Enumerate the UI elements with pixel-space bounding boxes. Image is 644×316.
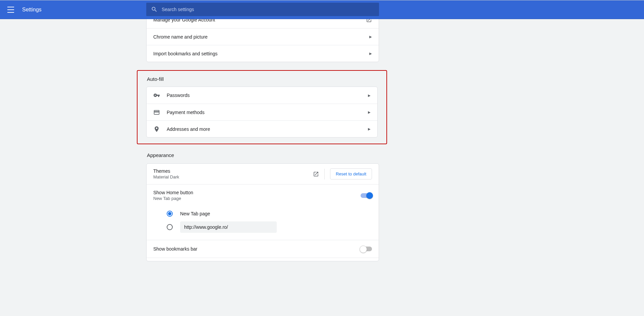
page-title: Settings <box>22 7 42 13</box>
row-passwords[interactable]: Passwords ▶ <box>147 87 377 104</box>
location-pin-icon <box>153 126 160 133</box>
themes-sublabel: Material Dark <box>153 174 313 179</box>
row-themes[interactable]: Themes Material Dark Reset to default <box>147 164 379 184</box>
header-bar: Settings <box>0 0 644 19</box>
credit-card-icon <box>153 109 160 116</box>
radio-custom-url[interactable] <box>167 224 173 230</box>
show-bookmarks-toggle[interactable] <box>361 247 372 251</box>
row-manage-google-account[interactable]: Manage your Google Account <box>147 19 379 28</box>
show-home-label: Show Home button <box>153 190 361 195</box>
row-addresses[interactable]: Addresses and more ▶ <box>147 120 377 137</box>
chevron-right-icon: ▶ <box>368 110 371 114</box>
search-container[interactable] <box>146 3 379 16</box>
vertical-divider <box>324 169 325 179</box>
row-chrome-name-picture[interactable]: Chrome name and picture ▶ <box>147 28 379 45</box>
row-payment-methods[interactable]: Payment methods ▶ <box>147 104 377 120</box>
show-home-sublabel: New Tab page <box>153 196 361 201</box>
open-external-icon <box>366 19 372 23</box>
open-external-icon <box>313 171 319 177</box>
radio-new-tab-page[interactable] <box>167 211 173 217</box>
chevron-right-icon: ▶ <box>368 127 371 131</box>
row-label: Addresses and more <box>167 126 368 132</box>
row-import-bookmarks[interactable]: Import bookmarks and settings ▶ <box>147 45 379 62</box>
row-label: Chrome name and picture <box>153 34 369 40</box>
row-label: Payment methods <box>167 110 368 115</box>
chevron-right-icon: ▶ <box>369 52 372 55</box>
appearance-card: Themes Material Dark Reset to default Sh… <box>146 163 379 261</box>
row-label: Passwords <box>167 93 368 98</box>
section-title-appearance: Appearance <box>147 152 379 158</box>
row-show-home: Show Home button New Tab page New Tab pa… <box>147 184 379 240</box>
themes-label: Themes <box>153 168 313 174</box>
autofill-card: Passwords ▶ Payment methods ▶ Addresses … <box>146 87 378 138</box>
radio-label-newtab: New Tab page <box>180 211 210 216</box>
home-url-input[interactable] <box>180 221 277 233</box>
chevron-right-icon: ▶ <box>368 94 371 97</box>
key-icon <box>153 92 160 99</box>
autofill-highlight: Auto-fill Passwords ▶ Payment methods ▶ <box>137 70 387 144</box>
search-input[interactable] <box>158 7 379 12</box>
content-scroll[interactable]: Manage your Google Account Chrome name a… <box>0 19 644 316</box>
hamburger-menu-icon[interactable] <box>7 6 15 14</box>
home-radio-group: New Tab page <box>167 207 372 234</box>
section-title-autofill: Auto-fill <box>147 76 378 82</box>
show-bookmarks-label: Show bookmarks bar <box>153 246 361 252</box>
show-home-toggle[interactable] <box>361 193 372 198</box>
search-icon <box>151 6 158 13</box>
reset-to-default-button[interactable]: Reset to default <box>330 168 372 179</box>
row-label: Manage your Google Account <box>153 19 366 22</box>
row-show-bookmarks-bar: Show bookmarks bar <box>147 240 379 258</box>
row-label: Import bookmarks and settings <box>153 51 369 56</box>
chevron-right-icon: ▶ <box>369 35 372 39</box>
people-card: Manage your Google Account Chrome name a… <box>146 19 379 62</box>
